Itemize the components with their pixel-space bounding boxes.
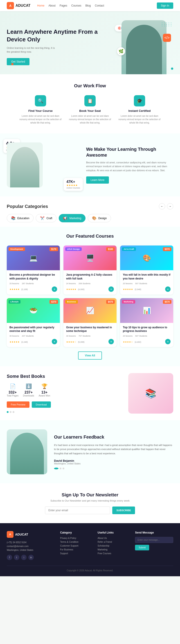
newsletter-email-input[interactable] [45,506,110,514]
course-category-3: Art & Craft [122,247,136,251]
feedback-author: David Bejamin [54,459,173,462]
footer-link-privacy[interactable]: Privacy & Policy [60,537,92,539]
footer-link-courses[interactable]: Free Courses [98,552,130,555]
cat-tab-design[interactable]: 🎨 Design [88,214,111,222]
footer-link-refer[interactable]: Refer a Friend [98,541,130,543]
categories-title: Popular Categories [7,204,48,209]
footer-logo: A ADUCAT [7,531,54,538]
footer-link-help[interactable]: Support [60,552,92,555]
instagram-icon[interactable]: i [21,555,26,560]
course-price-2: $180 [106,247,115,251]
course-rating-wrap-3: ★★★★★ (2,048) [123,287,141,291]
decorative-dot-2 [171,68,173,70]
book-stat-awards: 🏆 13+ Award Won [39,384,50,397]
pages-label: Total Pages [7,394,18,397]
footer-email: contact@domain.com [7,544,54,548]
downloads-icon: ⬇️ [23,384,34,389]
footer-address: Washington, United States [7,548,54,552]
leaf-badge-icon: 🌿 [117,47,125,55]
course-stars-6: ★★★★☆ [123,341,133,343]
download-button[interactable]: Download [32,402,51,408]
footer-contact-info: (+75) 34 6552 9164 contact@domain.com Wa… [7,540,54,552]
course-card-1: 💻 Development $170 Become a professional… [7,246,60,294]
course-rating-wrap-2: ★★★★★ (4,000) [66,287,84,291]
cat-tab-marketing[interactable]: 📢 Marketing [59,214,86,222]
course-rating-count-4: (2,248) [22,341,28,343]
footer-link-business[interactable]: For Business [60,548,92,551]
course-meta-6: 20 lessons 507 Students [123,335,170,337]
course-img-2: 🖥️ UI/UX Design $180 [64,246,116,270]
nav-logo: A ADUCAT [7,2,30,9]
cat-tab-education[interactable]: 📚 Education [7,214,34,222]
workflow-title-2: Book Your Seat [68,109,112,112]
twitter-icon[interactable]: t [14,555,19,560]
footer-col-links: Useful Links About Us Refer a Friend Sch… [98,531,130,560]
courses-section: Our Featured Courses 💻 Development $170 … [0,227,180,366]
course-meta-1: 20 lessons 287 Students [10,282,57,285]
course-add-4[interactable]: + [52,339,57,344]
active-stars: ★★★★★ [66,184,80,187]
course-students-4: 207 Students [22,335,34,337]
preview-button[interactable]: Free Preview [7,402,30,408]
footer-link-scholarship[interactable]: Scholarship [98,544,130,547]
nav-pages[interactable]: Pages [60,4,67,7]
prev-arrow[interactable]: ← [159,203,165,210]
footer-submit-button[interactable]: Submit [135,545,149,550]
footer-link-terms[interactable]: Terms & Condition [60,541,92,543]
workflow-title: Our Work Flow [7,83,173,88]
footer-top: A ADUCAT (+75) 34 6552 9164 contact@doma… [7,531,173,560]
awards-num: 13+ [39,390,50,394]
awesome-section: 4.9+ ★★★★★ User Rating 47K+ ★★★★★ Active… [0,134,180,196]
course-add-6[interactable]: + [165,339,170,344]
nav-courses[interactable]: Courses [71,4,82,7]
course-stars-3: ★★★★★ [123,288,133,290]
footer-logo-text: ADUCAT [15,532,28,536]
newsletter-form: SUBSCRIBE [45,506,135,514]
course-students-1: 287 Students [22,282,34,285]
workflow-desc-1: Lorem dolor sit amet can be sed diam non… [18,114,63,124]
categories-section: Popular Categories ← → 📚 Education ✂️ Cr… [0,196,180,227]
hero-cta-button[interactable]: Get Started [7,58,30,65]
course-lessons-5: 40 lessons [66,335,76,337]
learn-more-button[interactable]: Learn More [86,176,109,184]
feedback-title: Our Learners Feedback [54,434,173,440]
cat-tab-craft[interactable]: ✂️ Craft [36,214,56,222]
books-image: 📚 [128,373,173,414]
nav-blog[interactable]: Blog [85,4,91,7]
subscribe-button[interactable]: SUBSCRIBE [112,506,135,514]
course-add-3[interactable]: + [165,286,170,292]
facebook-icon[interactable]: f [7,555,12,560]
course-title-3: You will fall in love with this mostly i… [123,273,170,280]
downloads-num: 237+ [23,390,34,394]
course-title-2: Java programming A-Z fully classes with … [66,273,114,280]
course-img-6: 📊 Marketing $570 [120,298,173,323]
course-title-1: Become a professional designer be with p… [10,273,57,280]
view-all-button[interactable]: View All [78,352,102,360]
nav-about[interactable]: About [48,4,55,7]
course-rating-count-1: (2,108) [22,288,28,290]
course-students-5: 757 Students [78,335,90,337]
course-card-3: 🎨 Art & Craft $370 You will fall in love… [120,246,173,294]
logo-icon: A [7,2,14,9]
course-rating-count-3: (2,048) [135,288,141,290]
footer-message-input[interactable] [135,537,173,543]
workflow-item-3: 🎓 Instant Certified Lorem dolor sit amet… [117,95,162,124]
education-label: Education [17,217,29,220]
linkedin-icon[interactable]: in [28,555,34,560]
footer-category-heading: Category [60,531,92,534]
course-add-1[interactable]: + [52,286,57,292]
course-students-6: 507 Students [135,335,147,337]
course-meta-3: 20 lessons 507 Students [123,282,170,285]
course-add-5[interactable]: + [108,339,114,344]
books-stats: 📄 332+ Total Pages ⬇️ 237+ Downloads 🏆 1… [7,384,122,397]
course-add-2[interactable]: + [108,286,114,292]
nav-home[interactable]: Home [37,4,44,7]
dot-decoration [162,22,172,26]
course-students-3: 507 Students [135,282,147,285]
next-arrow[interactable]: → [167,203,173,210]
nav-contact[interactable]: Contact [95,4,104,7]
signin-button[interactable]: Sign In [157,2,173,9]
footer-link-about[interactable]: About Us [98,537,130,539]
footer-link-marketing[interactable]: Marketing [98,548,130,551]
footer-link-support[interactable]: Customer Support [60,544,92,547]
